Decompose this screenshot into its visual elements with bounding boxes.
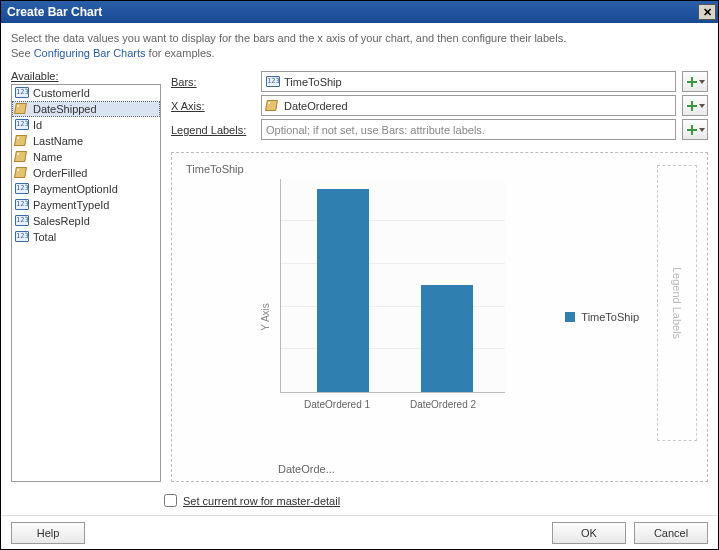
list-item[interactable]: Name [12,149,160,165]
bars-add-button[interactable] [682,71,708,92]
xaxis-add-button[interactable] [682,95,708,116]
help-button[interactable]: Help [11,522,85,544]
close-button[interactable]: ✕ [698,4,716,20]
master-detail-checkbox[interactable] [164,494,177,507]
chevron-down-icon [699,80,705,84]
bars-field[interactable]: 123 TimeToShip [261,71,676,92]
intro-line2a: See [11,47,34,59]
chart-bar [317,189,369,391]
available-list[interactable]: 123CustomerIdDateShipped123IdLastNameNam… [11,84,161,482]
list-item-label: Id [33,119,42,131]
y-axis-label: Y Axis [260,303,271,331]
list-item-label: CustomerId [33,87,90,99]
list-item[interactable]: 123SalesRepId [12,213,160,229]
x-axis-label: DateOrde... [278,463,335,475]
xaxis-value: DateOrdered [284,100,348,112]
window-title: Create Bar Chart [7,5,102,19]
x-tick-2: DateOrdered 2 [398,399,488,410]
config-column: Bars: 123 TimeToShip X Axis: DateOrdered [171,70,708,482]
number-icon: 123 [15,119,29,130]
list-item-label: OrderFilled [33,167,87,179]
legend-placeholder: Optional; if not set, use Bars: attribut… [266,124,485,136]
chart-legend: TimeToShip [565,311,639,323]
x-tick-1: DateOrdered 1 [292,399,382,410]
main-area: Available: 123CustomerIdDateShipped123Id… [1,66,718,482]
number-icon: 123 [15,231,29,242]
number-icon: 123 [15,87,29,98]
chart-title: TimeToShip [186,163,244,175]
legend-field[interactable]: Optional; if not set, use Bars: attribut… [261,119,676,140]
title-bar: Create Bar Chart ✕ [1,1,718,23]
ok-button[interactable]: OK [552,522,626,544]
list-item[interactable]: 123PaymentTypeId [12,197,160,213]
list-item[interactable]: DateShipped [12,101,160,117]
tag-icon [15,167,29,178]
master-detail-label[interactable]: Set current row for master-detail [183,495,340,507]
legend-add-button[interactable] [682,119,708,140]
list-item-label: Total [33,231,56,243]
legend-labels-strip: Legend Labels [657,165,697,441]
bars-value: TimeToShip [284,76,342,88]
bars-label: Bars: [171,76,255,88]
plus-icon [686,76,698,88]
chevron-down-icon [699,104,705,108]
legend-label: Legend Labels: [171,124,255,136]
close-icon: ✕ [703,6,712,19]
configuring-link[interactable]: Configuring Bar Charts [34,47,146,59]
available-label: Available: [11,70,59,82]
legend-item-label: TimeToShip [581,311,639,323]
intro-line2b: for examples. [146,47,215,59]
chevron-down-icon [699,128,705,132]
tag-icon [15,103,29,114]
list-item-label: Name [33,151,62,163]
cancel-button[interactable]: Cancel [634,522,708,544]
list-item-label: PaymentTypeId [33,199,109,211]
tag-icon [266,100,280,111]
list-item[interactable]: 123CustomerId [12,85,160,101]
intro-line1: Select the data values you want to displ… [11,32,566,44]
number-icon: 123 [15,183,29,194]
number-icon: 123 [15,199,29,210]
xaxis-row: X Axis: DateOrdered [171,94,708,118]
list-item[interactable]: 123PaymentOptionId [12,181,160,197]
list-item-label: LastName [33,135,83,147]
list-item[interactable]: LastName [12,133,160,149]
list-item-label: SalesRepId [33,215,90,227]
button-bar: Help OK Cancel [1,515,718,549]
number-icon: 123 [15,215,29,226]
intro-text: Select the data values you want to displ… [1,23,718,66]
bars-row: Bars: 123 TimeToShip [171,70,708,94]
list-item[interactable]: 123Total [12,229,160,245]
list-item[interactable]: 123Id [12,117,160,133]
number-icon: 123 [266,76,280,87]
chart-preview: TimeToShip Y Axis DateOrdered 1 DateOrde… [171,152,708,482]
list-item-label: DateShipped [33,103,97,115]
tag-icon [15,135,29,146]
plus-icon [686,124,698,136]
plot-area [280,179,505,393]
available-column: Available: 123CustomerIdDateShipped123Id… [11,70,161,482]
xaxis-field[interactable]: DateOrdered [261,95,676,116]
legend-labels-text: Legend Labels [671,267,683,339]
legend-row: Legend Labels: Optional; if not set, use… [171,118,708,142]
chart-bar [421,285,473,392]
list-item[interactable]: OrderFilled [12,165,160,181]
master-detail-row: Set current row for master-detail [1,482,718,515]
tag-icon [15,151,29,162]
xaxis-label: X Axis: [171,100,255,112]
plus-icon [686,100,698,112]
legend-swatch [565,312,575,322]
list-item-label: PaymentOptionId [33,183,118,195]
